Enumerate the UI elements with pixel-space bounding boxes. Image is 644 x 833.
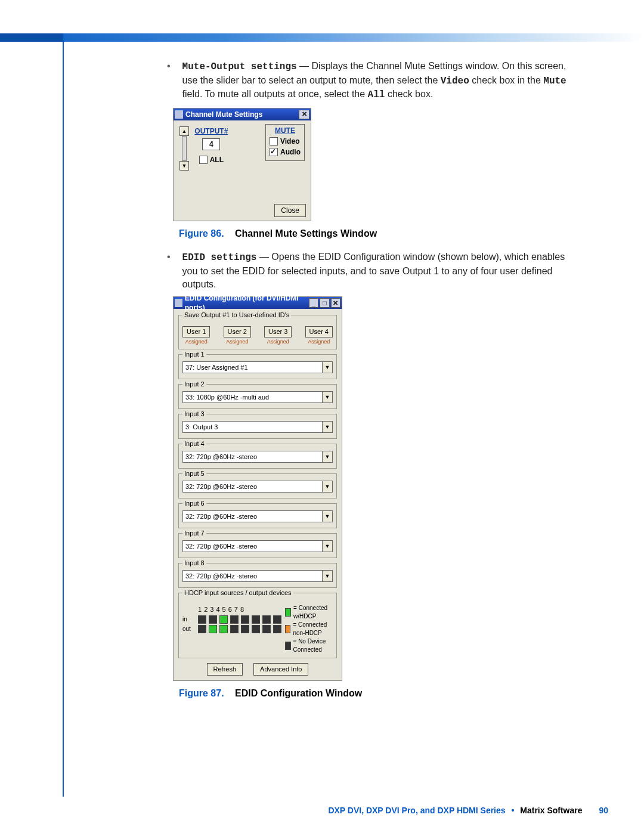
input-6-combo[interactable]: 32: 720p @60Hz -stereo▼ [182, 510, 333, 522]
output-number-box[interactable]: 4 [202, 138, 220, 150]
figure87-caption: Figure 87. EDID Configuration Window [167, 687, 578, 700]
chevron-down-icon[interactable]: ▼ [322, 422, 332, 432]
mute-header: MUTE [270, 126, 301, 135]
chevron-down-icon[interactable]: ▼ [322, 451, 332, 462]
input-1-fieldset: Input 137: User Assigned #1▼ [178, 354, 337, 379]
input-4-label: Input 4 [182, 439, 206, 448]
chevron-down-icon[interactable]: ▼ [322, 511, 332, 522]
input-7-combo[interactable]: 32: 720p @60Hz -stereo▼ [182, 540, 333, 552]
hdcp-legend: HDCP input sources / output devices [182, 589, 293, 597]
figure86-caption: Figure 86. Channel Mute Settings Window [167, 227, 578, 240]
page-footer: DXP DVI, DXP DVI Pro, and DXP HDMI Serie… [328, 806, 608, 815]
close-icon[interactable]: ✕ [331, 298, 340, 308]
mute-group: MUTE Video Audio [265, 124, 305, 162]
input-3-label: Input 3 [182, 410, 206, 419]
advanced-info-button[interactable]: Advanced Info [253, 663, 308, 676]
input-7-label: Input 7 [182, 529, 206, 538]
all-checkbox[interactable] [199, 156, 208, 164]
arrow-up-icon[interactable]: ▲ [179, 126, 189, 136]
edid-config-window: EDID Configuration (for DVI/HDMI ports) … [173, 296, 342, 681]
input-1-combo[interactable]: 37: User Assigned #1▼ [182, 361, 333, 373]
audio-label: Audio [280, 147, 301, 157]
input-8-fieldset: Input 832: 720p @60Hz -stereo▼ [178, 563, 337, 588]
hdcp-fieldset: HDCP input sources / output devices 1234… [178, 593, 337, 658]
input-8-label: Input 8 [182, 559, 206, 568]
minimize-icon[interactable]: _ [309, 298, 318, 308]
chevron-down-icon[interactable]: ▼ [322, 541, 332, 552]
input-6-label: Input 6 [182, 499, 206, 508]
input-7-fieldset: Input 732: 720p @60Hz -stereo▼ [178, 533, 337, 558]
save-output-fieldset: Save Output #1 to User-defined ID's User… [178, 315, 337, 349]
channel-mute-window: Channel Mute Settings ✕ ▲ ▼ OUTPUT# 4 AL… [173, 108, 311, 221]
mute-title: Channel Mute Settings [185, 110, 262, 119]
input-2-combo[interactable]: 33: 1080p @60Hz -multi aud▼ [182, 391, 333, 403]
all-label: ALL [210, 155, 224, 165]
mute-output-paragraph: Mute-Output settings — Displays the Chan… [182, 60, 578, 102]
mute-close-button[interactable]: Close [274, 204, 306, 217]
app-icon [175, 110, 183, 119]
user3-button[interactable]: User 3 [264, 326, 292, 337]
edid-title: EDID Configuration (for DVI/HDMI ports) [185, 293, 308, 312]
input-3-combo[interactable]: 3: Output 3▼ [182, 421, 333, 433]
input-6-fieldset: Input 632: 720p @60Hz -stereo▼ [178, 503, 337, 528]
video-label: Video [280, 137, 299, 146]
audio-checkbox[interactable] [270, 148, 278, 156]
refresh-button[interactable]: Refresh [207, 663, 243, 676]
edid-titlebar: EDID Configuration (for DVI/HDMI ports) … [174, 297, 342, 309]
user2-button[interactable]: User 2 [224, 326, 251, 337]
mute-titlebar: Channel Mute Settings ✕ [174, 109, 311, 120]
input-4-fieldset: Input 432: 720p @60Hz -stereo▼ [178, 444, 337, 469]
input-5-fieldset: Input 532: 720p @60Hz -stereo▼ [178, 473, 337, 498]
output-header: OUTPUT# [194, 126, 228, 136]
input-2-fieldset: Input 233: 1080p @60Hz -multi aud▼ [178, 384, 337, 409]
close-icon[interactable]: ✕ [299, 110, 309, 119]
chevron-down-icon[interactable]: ▼ [322, 571, 332, 581]
edid-settings-paragraph: EDID settings — Opens the EDID Configura… [182, 250, 578, 290]
chevron-down-icon[interactable]: ▼ [322, 392, 332, 402]
save-output-legend: Save Output #1 to User-defined ID's [182, 311, 291, 320]
input-5-combo[interactable]: 32: 720p @60Hz -stereo▼ [182, 481, 333, 493]
input-2-label: Input 2 [182, 380, 206, 389]
user1-button[interactable]: User 1 [182, 326, 210, 337]
chevron-down-icon[interactable]: ▼ [322, 362, 332, 373]
input-8-combo[interactable]: 32: 720p @60Hz -stereo▼ [182, 570, 333, 582]
chevron-down-icon[interactable]: ▼ [322, 481, 332, 492]
app-icon [175, 299, 182, 307]
output-slider[interactable]: ▲ ▼ [179, 126, 189, 171]
input-5-label: Input 5 [182, 469, 206, 478]
user4-button[interactable]: User 4 [305, 326, 333, 337]
video-checkbox[interactable] [270, 137, 278, 145]
input-3-fieldset: Input 33: Output 3▼ [178, 414, 337, 439]
input-4-combo[interactable]: 32: 720p @60Hz -stereo▼ [182, 451, 333, 463]
arrow-down-icon[interactable]: ▼ [179, 161, 189, 171]
maximize-icon[interactable]: □ [320, 298, 329, 308]
input-1-label: Input 1 [182, 350, 206, 359]
